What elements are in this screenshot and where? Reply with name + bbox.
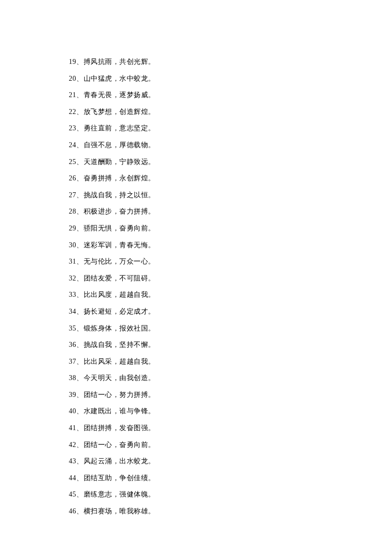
item-number: 31 [69, 258, 76, 265]
item-text: 挑战自我，坚持不懈。 [84, 341, 155, 348]
list-item: 35、锻炼身体，报效社国。 [69, 320, 392, 337]
item-separator: 、 [76, 224, 84, 232]
item-separator: 、 [76, 341, 84, 348]
item-number: 27 [69, 191, 76, 199]
list-item: 43、风起云涌，出水蛟龙。 [69, 453, 392, 470]
list-item: 46、横扫赛场，唯我称雄。 [69, 503, 392, 520]
item-separator: 、 [76, 258, 84, 265]
item-text: 放飞梦想，创造辉煌。 [84, 108, 155, 115]
list-item: 44、团结互助，争创佳绩。 [69, 470, 392, 487]
item-separator: 、 [76, 275, 84, 282]
list-item: 42、团结一心，奋勇向前。 [69, 437, 392, 453]
item-separator: 、 [76, 374, 84, 382]
item-separator: 、 [76, 108, 84, 115]
item-separator: 、 [76, 424, 84, 432]
item-number: 25 [69, 158, 76, 166]
item-text: 扬长避短，必定成才。 [84, 308, 155, 315]
item-text: 风起云涌，出水蛟龙。 [84, 457, 155, 465]
item-separator: 、 [76, 325, 84, 332]
item-text: 横扫赛场，唯我称雄。 [84, 507, 155, 515]
item-text: 水建既出，谁与争锋。 [84, 407, 155, 415]
list-item: 23、勇往直前，意志坚定。 [69, 120, 392, 137]
item-separator: 、 [76, 174, 84, 182]
item-text: 团结一心，奋勇向前。 [84, 441, 155, 448]
item-text: 团结友爱，不可阻碍。 [84, 275, 155, 282]
item-number: 40 [69, 407, 76, 415]
item-number: 39 [69, 391, 76, 398]
list-item: 19、搏风抗雨，共创光辉。 [69, 54, 392, 70]
item-number: 34 [69, 308, 76, 315]
item-separator: 、 [76, 191, 84, 199]
item-separator: 、 [76, 441, 84, 448]
list-item: 20、山中猛虎，水中蛟龙。 [69, 70, 392, 87]
item-separator: 、 [76, 158, 84, 166]
item-separator: 、 [76, 291, 84, 298]
list-item: 38、今天明天，由我创造。 [69, 370, 392, 387]
list-item: 27、挑战自我，持之以恒。 [69, 187, 392, 204]
item-number: 19 [69, 58, 76, 65]
item-separator: 、 [76, 358, 84, 365]
item-number: 33 [69, 291, 76, 298]
item-separator: 、 [76, 141, 84, 149]
item-number: 20 [69, 75, 76, 82]
item-separator: 、 [76, 58, 84, 65]
item-text: 比出风采，超越自我。 [84, 358, 155, 365]
item-text: 团结一心，努力拼搏。 [84, 391, 155, 398]
item-number: 22 [69, 108, 76, 115]
item-separator: 、 [76, 124, 84, 132]
item-text: 奋勇拼搏，永创辉煌。 [84, 174, 155, 182]
list-item: 41、团结拼搏，发奋图强。 [69, 420, 392, 437]
list-item: 30、迷彩军训，青春无悔。 [69, 237, 392, 254]
list-item: 34、扬长避短，必定成才。 [69, 303, 392, 320]
item-text: 搏风抗雨，共创光辉。 [84, 58, 155, 65]
item-separator: 、 [76, 491, 84, 498]
item-number: 26 [69, 174, 76, 182]
item-number: 42 [69, 441, 76, 448]
item-number: 29 [69, 224, 76, 232]
item-separator: 、 [76, 241, 84, 249]
item-number: 44 [69, 474, 76, 482]
item-text: 挑战自我，持之以恒。 [84, 191, 155, 199]
item-number: 23 [69, 124, 76, 132]
list-item: 21、青春无畏，逐梦扬威。 [69, 87, 392, 104]
item-separator: 、 [76, 75, 84, 82]
item-text: 迷彩军训，青春无悔。 [84, 241, 155, 249]
item-number: 37 [69, 358, 76, 365]
item-text: 团结拼搏，发奋图强。 [84, 424, 155, 432]
item-separator: 、 [76, 91, 84, 99]
item-number: 30 [69, 241, 76, 249]
item-number: 36 [69, 341, 76, 348]
item-separator: 、 [76, 507, 84, 515]
list-item: 40、水建既出，谁与争锋。 [69, 403, 392, 420]
list-item: 22、放飞梦想，创造辉煌。 [69, 104, 392, 120]
item-separator: 、 [76, 407, 84, 415]
item-text: 磨练意志，强健体魄。 [84, 491, 155, 498]
list-item: 39、团结一心，努力拼搏。 [69, 387, 392, 403]
item-text: 无与伦比，万众一心。 [84, 258, 155, 265]
list-item: 45、磨练意志，强健体魄。 [69, 486, 392, 503]
item-separator: 、 [76, 391, 84, 398]
list-item: 33、比出风度，超越自我。 [69, 286, 392, 303]
item-number: 43 [69, 457, 76, 465]
item-text: 积极进步，奋力拼搏。 [84, 208, 155, 215]
list-item: 36、挑战自我，坚持不懈。 [69, 336, 392, 353]
item-separator: 、 [76, 308, 84, 315]
item-number: 24 [69, 141, 76, 149]
item-text: 锻炼身体，报效社国。 [84, 325, 155, 332]
item-text: 勇往直前，意志坚定。 [84, 124, 155, 132]
list-item: 26、奋勇拼搏，永创辉煌。 [69, 170, 392, 187]
item-text: 比出风度，超越自我。 [84, 291, 155, 298]
list-item: 32、团结友爱，不可阻碍。 [69, 270, 392, 287]
item-text: 青春无畏，逐梦扬威。 [84, 91, 155, 99]
item-number: 38 [69, 374, 76, 382]
list-item: 37、比出风采，超越自我。 [69, 353, 392, 370]
item-number: 41 [69, 424, 76, 432]
item-number: 21 [69, 91, 76, 99]
list-item: 29、骄阳无惧，奋勇向前。 [69, 220, 392, 237]
list-item: 24、自强不息，厚德载物。 [69, 137, 392, 154]
item-text: 山中猛虎，水中蛟龙。 [84, 75, 155, 82]
item-number: 28 [69, 208, 76, 215]
item-number: 32 [69, 275, 76, 282]
item-text: 今天明天，由我创造。 [84, 374, 155, 382]
item-number: 45 [69, 491, 76, 498]
